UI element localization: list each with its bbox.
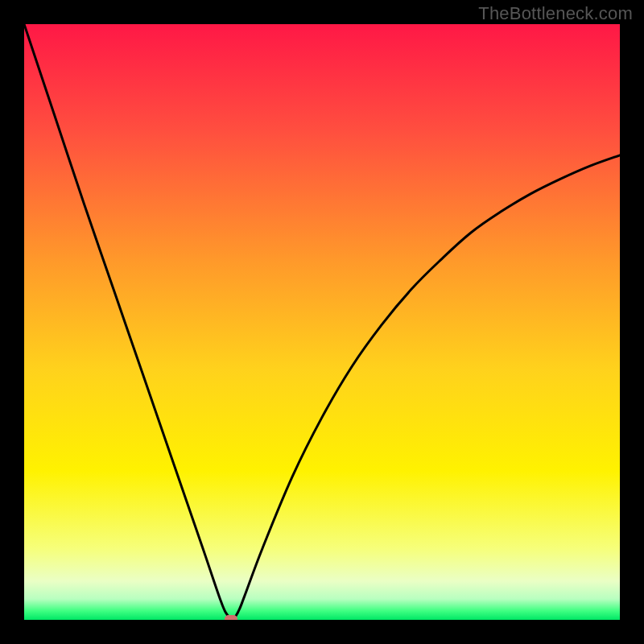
- plot-svg: [24, 24, 620, 620]
- chart-frame: TheBottleneck.com: [0, 0, 644, 644]
- watermark-text: TheBottleneck.com: [478, 3, 633, 24]
- minimum-marker: [225, 615, 237, 620]
- gradient-background: [24, 24, 620, 620]
- plot-area: [24, 24, 620, 620]
